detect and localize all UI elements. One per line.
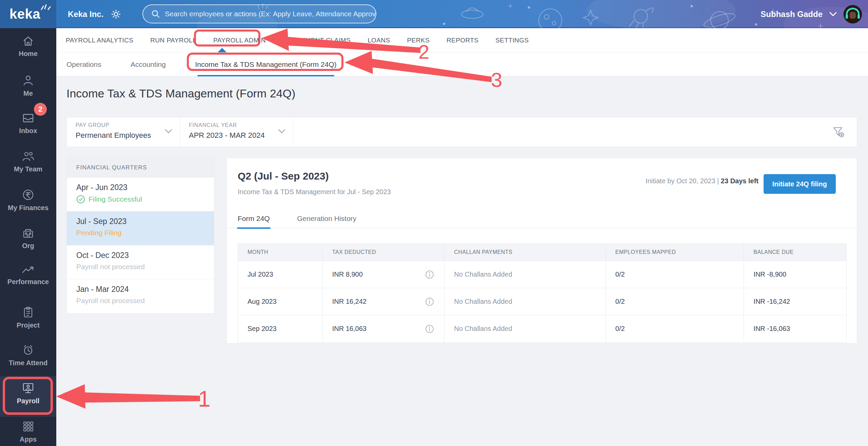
subtab-accounting[interactable]: Accounting	[131, 53, 166, 76]
tax-amount: INR 16,242	[332, 298, 367, 305]
initiate-deadline: Initiate by Oct 20, 2023 | 23 Days left	[646, 177, 758, 185]
deadline-text: Initiate by Oct 20, 2023 |	[646, 177, 719, 185]
quarter-range: Jan - Mar 2024	[76, 285, 214, 294]
subtab-form-16[interactable]: Form 16	[357, 53, 383, 76]
cell-tax: INR 16,063	[323, 315, 445, 342]
user-menu[interactable]: Subhash Gadde	[761, 0, 862, 28]
info-icon[interactable]	[425, 297, 434, 306]
cell-month: Aug 2023	[238, 288, 323, 315]
sidebar-label: Org	[0, 242, 56, 250]
annotation-step-2: 2	[418, 42, 429, 62]
quarter-jan-mar-2024[interactable]: Jan - Mar 2024 Payroll not processed	[67, 279, 214, 313]
topbar: keka Keka Inc.	[0, 0, 868, 28]
col-balance-due: BALANCE DUE	[744, 244, 846, 261]
global-search[interactable]	[142, 4, 376, 23]
sidebar-item-apps[interactable]: Apps	[0, 421, 56, 443]
avatar[interactable]	[844, 5, 862, 23]
quarter-range: Apr - Jun 2023	[76, 183, 214, 192]
info-icon[interactable]	[425, 270, 434, 279]
tab-settings[interactable]: SETTINGS	[495, 37, 529, 44]
keka-logo: keka	[9, 6, 40, 22]
cell-mapped: 0/2	[606, 315, 744, 342]
col-challan-payments: CHALLAN PAYMENTS	[445, 244, 606, 261]
sidebar-label: Payroll	[0, 397, 56, 405]
days-left: 23 Days left	[721, 177, 758, 185]
tab-reports[interactable]: REPORTS	[447, 37, 478, 44]
keka-logo-block[interactable]: keka	[0, 0, 56, 28]
quarter-status: Pending Filing	[76, 229, 121, 237]
sidebar-item-org[interactable]: Org	[0, 228, 56, 250]
form-24q-table: MONTH TAX DEDUCTED CHALLAN PAYMENTS EMPL…	[238, 243, 847, 342]
sidebar-label: My Finances	[0, 204, 56, 212]
space-doodles-decoration	[0, 0, 868, 28]
check-circle-icon	[76, 195, 85, 204]
sidebar-label: My Team	[0, 165, 56, 173]
building-icon	[22, 228, 34, 239]
user-name: Subhash Gadde	[761, 10, 823, 19]
chevron-down-icon	[165, 129, 172, 133]
sidebar-item-project[interactable]: Project	[0, 306, 56, 329]
sidebar-label: Performance	[0, 278, 56, 286]
apps-grid-icon	[22, 421, 34, 432]
payroll-nav: PAYROLL ANALYTICS RUN PAYROLL PAYROLL AD…	[56, 28, 868, 53]
chevron-down-icon	[278, 129, 285, 133]
sidebar-item-my-team[interactable]: My Team	[0, 151, 56, 173]
cell-balance: INR -16,242	[744, 288, 846, 315]
sidebar-label: Apps	[0, 435, 56, 443]
tab-generation-history[interactable]: Generation History	[297, 209, 356, 228]
table-row: Jul 2023 INR 8,900 No Challans Added 0/2…	[238, 261, 846, 288]
sidebar: Home Me 2 Inbox My Team My Finances Org …	[0, 28, 56, 446]
annotation-step-1: 1	[198, 388, 211, 410]
quarter-apr-jun-2023[interactable]: Apr - Jun 2023 Filing Successful	[67, 178, 214, 211]
home-icon	[22, 36, 34, 47]
quarters-header: FINANCIAL QUARTERS	[67, 158, 214, 178]
tab-payroll-admin[interactable]: PAYROLL ADMIN	[213, 37, 266, 44]
company-selector[interactable]: Keka Inc.	[68, 0, 121, 28]
financial-quarters-panel: FINANCIAL QUARTERS Apr - Jun 2023 Filing…	[66, 158, 214, 314]
sidebar-item-payroll[interactable]: Payroll	[0, 382, 56, 405]
tab-loans[interactable]: LOANS	[368, 37, 390, 44]
sidebar-label: Inbox	[0, 127, 56, 135]
subtab-operations[interactable]: Operations	[66, 53, 101, 76]
sidebar-label: Time Attend	[0, 359, 56, 367]
sidebar-item-me[interactable]: Me	[0, 75, 56, 97]
tab-payroll-analytics[interactable]: PAYROLL ANALYTICS	[66, 37, 133, 44]
search-input[interactable]	[165, 10, 376, 18]
tax-amount: INR 16,063	[332, 325, 367, 333]
sidebar-item-performance[interactable]: Performance	[0, 266, 56, 286]
info-icon[interactable]	[425, 324, 434, 333]
quarter-range: Oct - Dec 2023	[76, 251, 214, 260]
gear-icon[interactable]	[111, 9, 121, 19]
pay-group-dropdown[interactable]: PAY GROUP Permenant Employees	[67, 117, 180, 147]
tab-form-24q[interactable]: Form 24Q	[238, 209, 270, 228]
me-icon	[22, 75, 34, 86]
sidebar-item-home[interactable]: Home	[0, 36, 56, 58]
quarter-jul-sep-2023[interactable]: Jul - Sep 2023 Pending Filing	[67, 211, 214, 245]
subtab-income-tax-tds[interactable]: Income Tax & TDS Management (Form 24Q)	[191, 53, 340, 76]
sidebar-label: Home	[0, 50, 56, 58]
financial-year-dropdown[interactable]: FINANCIAL YEAR APR 2023 - MAR 2024	[180, 117, 293, 147]
clear-filter-icon[interactable]	[832, 126, 845, 138]
financial-year-label: FINANCIAL YEAR	[189, 122, 293, 128]
sidebar-item-time-attend[interactable]: Time Attend	[0, 344, 56, 367]
tab-run-payroll[interactable]: RUN PAYROLL	[150, 37, 196, 44]
payroll-admin-subnav: Operations Accounting Income Tax & TDS M…	[56, 53, 868, 76]
cell-challan: No Challans Added	[445, 261, 606, 288]
initiate-24q-filing-button[interactable]: Initiate 24Q filing	[764, 174, 836, 194]
chevron-down-icon	[829, 12, 837, 17]
search-icon	[151, 10, 160, 18]
content-area: Income Tax & TDS Management (Form 24Q) P…	[56, 76, 868, 446]
cell-tax: INR 16,242	[323, 288, 445, 315]
financial-year-value: APR 2023 - MAR 2024	[189, 131, 293, 140]
sidebar-label: Project	[0, 321, 56, 329]
filter-bar: PAY GROUP Permenant Employees FINANCIAL …	[66, 117, 857, 147]
quarter-title: Q2 (Jul - Sep 2023)	[238, 170, 329, 182]
quarter-subtitle: Income Tax & TDS Management for Jul - Se…	[238, 188, 391, 196]
inbox-badge: 2	[34, 103, 47, 116]
quarter-oct-dec-2023[interactable]: Oct - Dec 2023 Payroll not processed	[67, 245, 214, 279]
tab-payment-claims[interactable]: PAYMENT CLAIMS	[293, 37, 351, 44]
col-month: MONTH	[238, 244, 323, 261]
company-name: Keka Inc.	[68, 10, 103, 19]
sidebar-item-my-finances[interactable]: My Finances	[0, 189, 56, 212]
sidebar-item-inbox[interactable]: Inbox	[0, 113, 56, 135]
